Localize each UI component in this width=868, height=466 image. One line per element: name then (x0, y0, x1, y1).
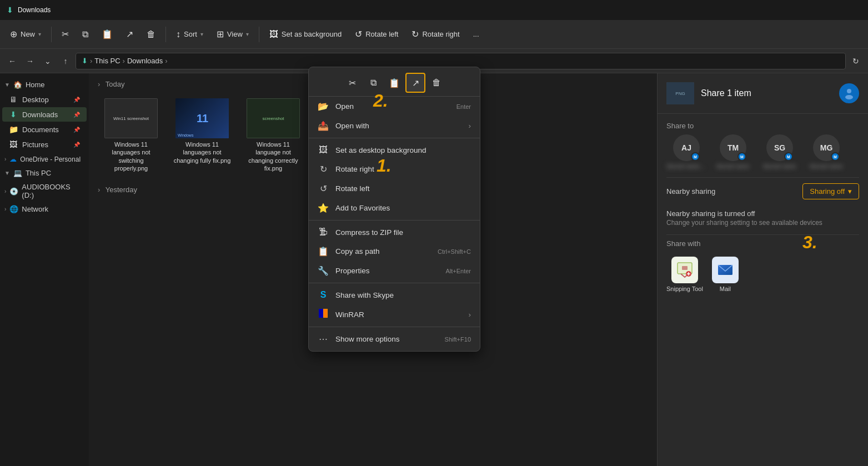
set-bg-icon: 🖼 (318, 145, 329, 155)
cm-item-label: Share with Skype (335, 291, 394, 299)
sidebar-item-label: Network (22, 205, 48, 213)
new-button[interactable]: ⊕ New ▾ (4, 26, 47, 43)
cut-button[interactable]: ✂ (56, 26, 74, 43)
cm-item-more-options[interactable]: ⋯ Show more options Shift+F10 (309, 329, 480, 349)
sidebar-item-label: Downloads (22, 111, 58, 119)
cm-item-properties[interactable]: 🔧 Properties Alt+Enter (309, 261, 480, 280)
sidebar-item-label: Pictures (22, 141, 48, 149)
contact-item-sg[interactable]: SG M blurred name (760, 134, 800, 169)
sidebar-item-onedrive[interactable]: › ☁ OneDrive - Personal (0, 152, 89, 166)
pictures-icon: 🖼 (9, 140, 18, 149)
cm-separator-3 (309, 283, 480, 283)
cm-cut-button[interactable]: ✂ (342, 73, 362, 93)
cm-item-rotate-left[interactable]: ↺ Rotate left (309, 179, 480, 198)
nearby-sharing-row: Nearby sharing Sharing off ▾ (658, 178, 868, 205)
cm-item-open[interactable]: 📂 Open Enter (309, 97, 480, 116)
view-button[interactable]: ⊞ View ▾ (211, 26, 254, 43)
path-icon: ⬇ (82, 57, 88, 65)
chevron-right-icon: › (4, 188, 6, 194)
sharing-status-text: Nearby sharing is turned off (658, 205, 868, 219)
winrar-icon (318, 309, 329, 320)
sidebar-item-label: This PC (26, 169, 51, 177)
cm-separator-1 (309, 138, 480, 138)
set-background-button[interactable]: 🖼 Set as background (264, 26, 347, 43)
sharing-off-dropdown[interactable]: Sharing off ▾ (802, 183, 859, 199)
share-panel: PNG Share 1 item Share to AJ M blurred n… (657, 73, 868, 466)
recent-button[interactable]: ⌄ (40, 53, 56, 69)
sidebar-item-thispc[interactable]: ▼ 💻 This PC (0, 166, 89, 180)
file-thumbnail: Win11 screenshot (104, 98, 158, 138)
cm-item-winrar[interactable]: WinRAR › (309, 304, 480, 324)
sidebar-item-network[interactable]: › 🌐 Network (0, 202, 89, 216)
cm-copy-button[interactable]: ⧉ (363, 73, 383, 93)
contact-item-mg[interactable]: MG M blurred name (806, 134, 846, 169)
sort-icon: ↕ (176, 29, 180, 39)
view-icon: ⊞ (217, 29, 224, 39)
pin-icon: 📌 (73, 97, 80, 103)
nearby-sharing-label: Nearby sharing (666, 187, 796, 196)
cm-shortcut: Shift+F10 (445, 336, 471, 343)
cm-item-skype[interactable]: S Share with Skype (309, 285, 480, 304)
svg-rect-10 (324, 309, 327, 317)
sort-button[interactable]: ↕ Sort ▾ (170, 26, 209, 43)
chevron-down-icon: ▼ (4, 170, 10, 176)
cm-copy2-button[interactable]: 📋 (384, 73, 404, 93)
sidebar-item-documents[interactable]: 📁 Documents 📌 (2, 122, 87, 137)
cm-delete-button[interactable]: 🗑 (427, 73, 446, 93)
sidebar-item-desktop[interactable]: 🖥 Desktop 📌 (2, 92, 87, 107)
cm-share-button[interactable]: ↗ (405, 73, 425, 93)
contact-badge: M (691, 152, 700, 161)
share-to-label: Share to (658, 114, 868, 134)
cm-item-add-favorites[interactable]: ⭐ Add to Favorites (309, 198, 480, 218)
svg-point-0 (847, 89, 851, 93)
cm-item-label: Set as desktop background (335, 146, 427, 154)
cm-item-open-with[interactable]: 📤 Open with › (309, 116, 480, 136)
refresh-button[interactable]: ↻ (848, 53, 864, 69)
rotate-left-button[interactable]: ↺ Rotate left (349, 26, 404, 43)
paste-button[interactable]: 📋 (96, 26, 118, 43)
cm-item-set-desktop-bg[interactable]: 🖼 Set as desktop background (309, 141, 480, 159)
sidebar-item-label: OneDrive - Personal (20, 156, 81, 163)
more-button[interactable]: ... (468, 27, 485, 42)
cm-separator-4 (309, 327, 480, 327)
share-app-snipping-tool[interactable]: Snipping Tool (666, 257, 703, 292)
toolbar-sep-3 (259, 27, 259, 42)
up-button[interactable]: ↑ (58, 53, 73, 69)
back-button[interactable]: ← (4, 53, 20, 69)
chevron-down-icon: ▼ (4, 82, 10, 88)
contact-avatar: SG M (766, 134, 793, 161)
contact-avatar: MG M (813, 134, 840, 161)
rotate-right-button[interactable]: ↻ Rotate right (406, 26, 465, 43)
file-item[interactable]: screenshot Windows 11 language not chang… (240, 94, 307, 177)
home-icon: 🏠 (13, 81, 22, 89)
sidebar-item-home[interactable]: ▼ 🏠 Home (0, 78, 89, 92)
file-name: Windows 11 languages not changing fully … (173, 141, 231, 164)
cm-item-compress-zip[interactable]: 🗜 Compress to ZIP file (309, 223, 480, 242)
share-app-mail[interactable]: Mail (712, 257, 739, 292)
file-item[interactable]: 11 Windows Windows 11 languages not chan… (169, 94, 235, 177)
sidebar: ▼ 🏠 Home 🖥 Desktop 📌 ⬇ Downloads 📌 📁 Doc… (0, 73, 89, 466)
path-this-pc: This PC (94, 57, 120, 65)
rotate-left-icon: ↺ (318, 183, 329, 194)
sidebar-item-downloads[interactable]: ⬇ Downloads 📌 (2, 107, 87, 122)
cm-item-label: Properties (335, 267, 370, 275)
cm-item-rotate-right[interactable]: ↻ Rotate right (309, 159, 480, 179)
sidebar-item-label: Home (26, 81, 45, 89)
contact-badge: M (831, 152, 840, 161)
contact-name: blurred name (717, 163, 750, 169)
cm-item-label: Show more options (335, 335, 400, 343)
svg-rect-9 (319, 309, 323, 317)
copy-button[interactable]: ⧉ (77, 26, 94, 43)
forward-button[interactable]: → (22, 53, 38, 69)
properties-icon: 🔧 (318, 265, 329, 276)
toolbar-sep-2 (165, 27, 166, 42)
delete-button[interactable]: 🗑 (141, 26, 161, 43)
contact-item-aj[interactable]: AJ M blurred name blurred (666, 134, 706, 169)
file-item[interactable]: Win11 screenshot Windows 11 languages no… (98, 94, 164, 177)
sidebar-item-label: AUDIOBOOKS (D:) (22, 183, 84, 199)
contact-item-tm[interactable]: TM M blurred name (713, 134, 753, 169)
sidebar-item-audiobooks[interactable]: › 💿 AUDIOBOOKS (D:) (0, 180, 89, 202)
cm-item-copy-path[interactable]: 📋 Copy as path Ctrl+Shift+C (309, 242, 480, 261)
share-button[interactable]: ↗ (121, 26, 139, 43)
sidebar-item-pictures[interactable]: 🖼 Pictures 📌 (2, 137, 87, 152)
